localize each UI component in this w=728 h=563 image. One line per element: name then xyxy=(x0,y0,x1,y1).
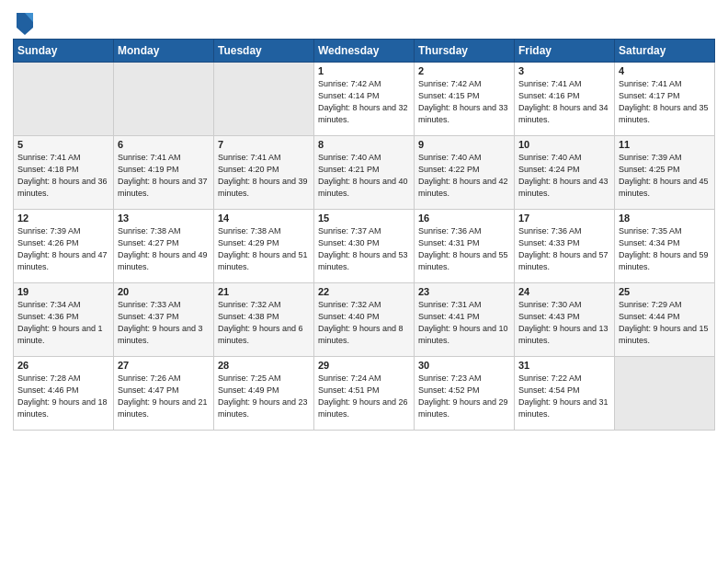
day-cell: 24Sunrise: 7:30 AM Sunset: 4:43 PM Dayli… xyxy=(515,283,615,357)
day-number: 7 xyxy=(218,139,310,150)
day-cell: 16Sunrise: 7:36 AM Sunset: 4:31 PM Dayli… xyxy=(415,210,515,283)
day-info: Sunrise: 7:41 AM Sunset: 4:16 PM Dayligh… xyxy=(518,78,610,126)
day-cell: 29Sunrise: 7:24 AM Sunset: 4:51 PM Dayli… xyxy=(314,357,415,431)
day-info: Sunrise: 7:35 AM Sunset: 4:34 PM Dayligh… xyxy=(619,225,711,273)
day-number: 20 xyxy=(118,286,210,297)
day-info: Sunrise: 7:40 AM Sunset: 4:22 PM Dayligh… xyxy=(418,152,510,200)
day-cell: 19Sunrise: 7:34 AM Sunset: 4:36 PM Dayli… xyxy=(14,283,114,357)
header-day-wednesday: Wednesday xyxy=(314,40,415,63)
header-day-friday: Friday xyxy=(515,40,615,63)
day-number: 31 xyxy=(518,360,610,371)
day-number: 28 xyxy=(218,360,310,371)
day-number: 25 xyxy=(619,286,711,297)
day-cell: 1Sunrise: 7:42 AM Sunset: 4:14 PM Daylig… xyxy=(314,63,415,136)
day-cell: 25Sunrise: 7:29 AM Sunset: 4:44 PM Dayli… xyxy=(615,283,715,357)
day-cell: 6Sunrise: 7:41 AM Sunset: 4:19 PM Daylig… xyxy=(114,136,214,210)
header-day-sunday: Sunday xyxy=(14,40,114,63)
day-cell xyxy=(214,63,314,136)
day-number: 3 xyxy=(518,65,610,76)
day-cell: 4Sunrise: 7:41 AM Sunset: 4:17 PM Daylig… xyxy=(615,63,715,136)
day-info: Sunrise: 7:39 AM Sunset: 4:25 PM Dayligh… xyxy=(619,152,711,200)
day-cell: 20Sunrise: 7:33 AM Sunset: 4:37 PM Dayli… xyxy=(114,283,214,357)
day-info: Sunrise: 7:41 AM Sunset: 4:17 PM Dayligh… xyxy=(619,78,711,126)
day-cell xyxy=(14,63,114,136)
logo-icon xyxy=(15,9,35,35)
day-number: 24 xyxy=(518,286,610,297)
day-number: 19 xyxy=(17,286,109,297)
day-cell: 15Sunrise: 7:37 AM Sunset: 4:30 PM Dayli… xyxy=(314,210,415,283)
day-info: Sunrise: 7:24 AM Sunset: 4:51 PM Dayligh… xyxy=(318,373,410,420)
day-info: Sunrise: 7:37 AM Sunset: 4:30 PM Dayligh… xyxy=(318,225,410,273)
day-info: Sunrise: 7:26 AM Sunset: 4:47 PM Dayligh… xyxy=(118,373,210,420)
day-cell: 26Sunrise: 7:28 AM Sunset: 4:46 PM Dayli… xyxy=(14,357,114,431)
day-number: 16 xyxy=(418,213,510,224)
day-cell: 14Sunrise: 7:38 AM Sunset: 4:29 PM Dayli… xyxy=(214,210,314,283)
day-info: Sunrise: 7:32 AM Sunset: 4:40 PM Dayligh… xyxy=(318,299,410,347)
header-day-tuesday: Tuesday xyxy=(214,40,314,63)
day-info: Sunrise: 7:40 AM Sunset: 4:21 PM Dayligh… xyxy=(318,152,410,200)
day-cell: 5Sunrise: 7:41 AM Sunset: 4:18 PM Daylig… xyxy=(14,136,114,210)
day-number: 27 xyxy=(118,360,210,371)
day-number: 22 xyxy=(318,286,410,297)
day-info: Sunrise: 7:38 AM Sunset: 4:27 PM Dayligh… xyxy=(118,225,210,273)
week-row-5: 26Sunrise: 7:28 AM Sunset: 4:46 PM Dayli… xyxy=(14,357,715,431)
header-row-days: SundayMondayTuesdayWednesdayThursdayFrid… xyxy=(14,40,715,63)
day-info: Sunrise: 7:31 AM Sunset: 4:41 PM Dayligh… xyxy=(418,299,510,347)
day-number: 11 xyxy=(619,139,711,150)
day-number: 23 xyxy=(418,286,510,297)
day-cell: 18Sunrise: 7:35 AM Sunset: 4:34 PM Dayli… xyxy=(615,210,715,283)
day-cell: 17Sunrise: 7:36 AM Sunset: 4:33 PM Dayli… xyxy=(515,210,615,283)
day-cell: 31Sunrise: 7:22 AM Sunset: 4:54 PM Dayli… xyxy=(515,357,615,431)
day-number: 10 xyxy=(518,139,610,150)
day-number: 18 xyxy=(619,213,711,224)
day-number: 8 xyxy=(318,139,410,150)
header-day-thursday: Thursday xyxy=(415,40,515,63)
logo xyxy=(13,9,35,35)
day-cell xyxy=(114,63,214,136)
day-cell: 3Sunrise: 7:41 AM Sunset: 4:16 PM Daylig… xyxy=(515,63,615,136)
week-row-4: 19Sunrise: 7:34 AM Sunset: 4:36 PM Dayli… xyxy=(14,283,715,357)
day-info: Sunrise: 7:34 AM Sunset: 4:36 PM Dayligh… xyxy=(17,299,109,347)
day-number: 9 xyxy=(418,139,510,150)
day-number: 1 xyxy=(318,65,410,76)
day-cell: 27Sunrise: 7:26 AM Sunset: 4:47 PM Dayli… xyxy=(114,357,214,431)
day-info: Sunrise: 7:42 AM Sunset: 4:15 PM Dayligh… xyxy=(418,78,510,126)
day-info: Sunrise: 7:36 AM Sunset: 4:31 PM Dayligh… xyxy=(418,225,510,273)
day-number: 12 xyxy=(17,213,109,224)
day-info: Sunrise: 7:22 AM Sunset: 4:54 PM Dayligh… xyxy=(518,373,610,420)
day-number: 26 xyxy=(17,360,109,371)
day-info: Sunrise: 7:38 AM Sunset: 4:29 PM Dayligh… xyxy=(218,225,310,273)
day-number: 15 xyxy=(318,213,410,224)
day-number: 5 xyxy=(17,139,109,150)
day-cell: 8Sunrise: 7:40 AM Sunset: 4:21 PM Daylig… xyxy=(314,136,415,210)
day-info: Sunrise: 7:23 AM Sunset: 4:52 PM Dayligh… xyxy=(418,373,510,420)
week-row-3: 12Sunrise: 7:39 AM Sunset: 4:26 PM Dayli… xyxy=(14,210,715,283)
day-info: Sunrise: 7:28 AM Sunset: 4:46 PM Dayligh… xyxy=(17,373,109,420)
day-info: Sunrise: 7:39 AM Sunset: 4:26 PM Dayligh… xyxy=(17,225,109,273)
day-info: Sunrise: 7:33 AM Sunset: 4:37 PM Dayligh… xyxy=(118,299,210,347)
day-cell: 10Sunrise: 7:40 AM Sunset: 4:24 PM Dayli… xyxy=(515,136,615,210)
day-number: 13 xyxy=(118,213,210,224)
day-cell: 21Sunrise: 7:32 AM Sunset: 4:38 PM Dayli… xyxy=(214,283,314,357)
day-cell: 9Sunrise: 7:40 AM Sunset: 4:22 PM Daylig… xyxy=(415,136,515,210)
header-day-monday: Monday xyxy=(114,40,214,63)
header-day-saturday: Saturday xyxy=(615,40,715,63)
day-cell: 30Sunrise: 7:23 AM Sunset: 4:52 PM Dayli… xyxy=(415,357,515,431)
header-row xyxy=(13,9,715,35)
day-cell xyxy=(615,357,715,431)
day-info: Sunrise: 7:41 AM Sunset: 4:19 PM Dayligh… xyxy=(118,152,210,200)
day-info: Sunrise: 7:42 AM Sunset: 4:14 PM Dayligh… xyxy=(318,78,410,126)
day-info: Sunrise: 7:29 AM Sunset: 4:44 PM Dayligh… xyxy=(619,299,711,347)
day-cell: 28Sunrise: 7:25 AM Sunset: 4:49 PM Dayli… xyxy=(214,357,314,431)
day-number: 17 xyxy=(518,213,610,224)
day-info: Sunrise: 7:41 AM Sunset: 4:20 PM Dayligh… xyxy=(218,152,310,200)
day-info: Sunrise: 7:36 AM Sunset: 4:33 PM Dayligh… xyxy=(518,225,610,273)
calendar-table: SundayMondayTuesdayWednesdayThursdayFrid… xyxy=(13,39,715,431)
day-cell: 13Sunrise: 7:38 AM Sunset: 4:27 PM Dayli… xyxy=(114,210,214,283)
day-info: Sunrise: 7:25 AM Sunset: 4:49 PM Dayligh… xyxy=(218,373,310,420)
calendar-container: SundayMondayTuesdayWednesdayThursdayFrid… xyxy=(0,0,728,438)
day-cell: 12Sunrise: 7:39 AM Sunset: 4:26 PM Dayli… xyxy=(14,210,114,283)
week-row-1: 1Sunrise: 7:42 AM Sunset: 4:14 PM Daylig… xyxy=(14,63,715,136)
day-info: Sunrise: 7:40 AM Sunset: 4:24 PM Dayligh… xyxy=(518,152,610,200)
week-row-2: 5Sunrise: 7:41 AM Sunset: 4:18 PM Daylig… xyxy=(14,136,715,210)
